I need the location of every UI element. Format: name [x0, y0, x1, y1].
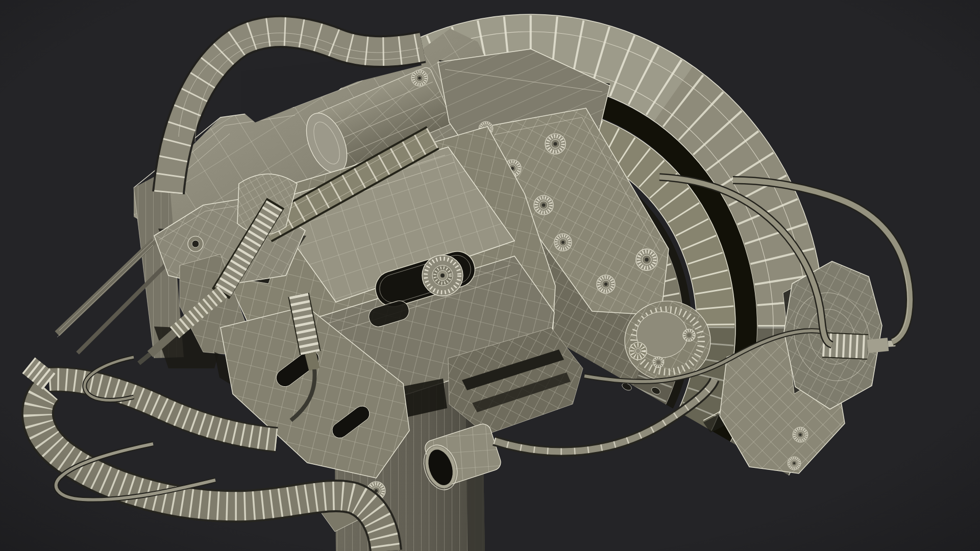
vignette	[0, 0, 980, 551]
render-viewport: Monochrome 3D wireframe render of a hand…	[0, 0, 980, 551]
wireframe-render: Monochrome 3D wireframe render of a hand…	[0, 0, 980, 551]
